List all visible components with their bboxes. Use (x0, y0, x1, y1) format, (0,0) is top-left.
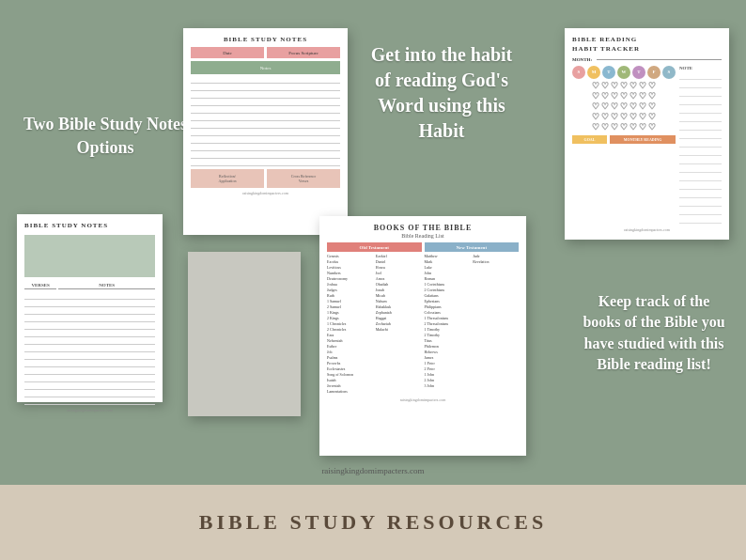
books-content: GenesisExodusLeviticusNumbersDeuteronomy… (327, 254, 519, 395)
day-dots-row: S M T W T F S (572, 66, 676, 79)
heart: ♡ (601, 123, 609, 132)
heart: ♡ (639, 92, 646, 101)
nl-16 (679, 199, 722, 207)
bl-10 (24, 361, 155, 367)
nl-11 (679, 157, 722, 164)
hearts-row-2: ♡ ♡ ♡ ♡ ♡ ♡ ♡ (572, 92, 676, 101)
bible-study-notes-card-bottom: BIBLE STUDY NOTES VERSES NOTES raisingki… (17, 214, 163, 402)
books-title: BOOKS OF THE BIBLE (327, 224, 519, 232)
nl-10 (679, 148, 722, 156)
line-5 (191, 107, 340, 114)
gray-card (188, 252, 301, 416)
bl-15 (24, 398, 155, 405)
website-books: raisingkingdomimpacters.com (327, 397, 519, 402)
month-label: MONTH: (572, 57, 592, 62)
notes-col-header: NOTES (58, 283, 155, 289)
bl-4 (24, 316, 155, 322)
heart: ♡ (611, 92, 618, 101)
nl-13 (679, 174, 722, 181)
website-tracker: raisingkingdomimpacters.com (572, 227, 722, 232)
tracker-month-row: MONTH: (572, 57, 722, 62)
heart: ♡ (620, 82, 628, 90)
heart: ♡ (629, 82, 637, 90)
line-3 (191, 92, 340, 99)
bottom-cells: Reflection/Application Cross ReferenceVe… (191, 169, 340, 188)
line-6 (191, 115, 340, 121)
heart: ♡ (601, 92, 609, 101)
heart: ♡ (639, 113, 646, 121)
heart: ♡ (620, 92, 628, 101)
goal-cell: GOAL (572, 135, 607, 144)
verses-col-header: VERSES (24, 283, 56, 289)
nl-1 (679, 72, 722, 80)
bl-2 (24, 301, 155, 307)
notes-lines (191, 77, 340, 166)
books-header-row: Old Testament New Testament (327, 242, 519, 252)
two-col-header: VERSES NOTES (24, 283, 155, 289)
mid-books-col: EzekielDanielHoseaJoelAmosObadiahJonahMi… (376, 254, 422, 395)
tracker-title: BIBLE READINGHABIT TRACKER (572, 36, 722, 54)
bl-6 (24, 331, 155, 337)
heart: ♡ (648, 82, 656, 90)
bl-5 (24, 323, 155, 330)
nl-17 (679, 208, 722, 215)
day-th: T (632, 66, 645, 79)
bl-3 (24, 308, 155, 315)
main-background: Two Bible Study Notes Options Get into t… (0, 0, 746, 560)
end-books-col: JudeRevelation (473, 254, 519, 395)
old-books-col: GenesisExodusLeviticusNumbersDeuteronomy… (327, 254, 373, 395)
heart: ♡ (648, 102, 656, 111)
nl-15 (679, 191, 722, 198)
bl-7 (24, 338, 155, 345)
nl-7 (679, 123, 722, 131)
note-lines (679, 72, 722, 224)
website-url: raisingkingdomimpacters.com (321, 466, 424, 475)
heart: ♡ (648, 113, 656, 121)
line-1 (191, 77, 340, 84)
line-11 (191, 152, 340, 159)
left-label-text: Two Bible Study Notes Options (23, 115, 187, 157)
day-s: S (572, 66, 585, 79)
line-7 (191, 122, 340, 129)
heart: ♡ (611, 113, 618, 121)
center-website: raisingkingdomimpacters.com (0, 466, 746, 475)
day-t: T (602, 66, 615, 79)
heart: ♡ (611, 123, 618, 132)
bible-study-notes-card-top: BIBLE STUDY NOTES Date Focus Scripture N… (183, 28, 348, 235)
hearts-row-3: ♡ ♡ ♡ ♡ ♡ ♡ ♡ (572, 102, 676, 111)
day-sa: S (662, 66, 676, 79)
line-12 (191, 160, 340, 166)
bl-8 (24, 346, 155, 352)
books-of-bible-card: BOOKS OF THE BIBLE Bible Reading List Ol… (319, 216, 526, 456)
website-top: raisingkingdomimpacters.com (191, 191, 340, 195)
heart: ♡ (601, 82, 609, 90)
bl-12 (24, 376, 155, 382)
line-2 (191, 85, 340, 91)
new-books-col: MatthewMarkLukeJohnRoman1 Corinthians2 C… (425, 254, 471, 395)
cross-ref-cell: Cross ReferenceVerses (267, 169, 340, 188)
heart: ♡ (629, 113, 637, 121)
line-4 (191, 100, 340, 106)
nl-3 (679, 89, 722, 97)
bl-1 (24, 293, 155, 300)
heart: ♡ (639, 123, 646, 132)
new-testament-header: New Testament (425, 242, 520, 252)
nl-6 (679, 115, 722, 122)
website-bottom-notes: raisingkingdomimpacters.com (24, 408, 155, 412)
books-subtitle: Bible Reading List (327, 233, 519, 239)
bottom-bar: BIBLE STUDY RESOURCES (0, 485, 746, 560)
bl-14 (24, 391, 155, 397)
date-cell: Date (191, 47, 264, 58)
notes-top-title: BIBLE STUDY NOTES (191, 36, 340, 43)
heart: ♡ (601, 102, 609, 111)
hearts-row-1: ♡ ♡ ♡ ♡ ♡ ♡ ♡ (572, 82, 676, 90)
heart: ♡ (592, 123, 599, 132)
reflection-cell: Reflection/Application (191, 169, 264, 188)
heart: ♡ (611, 82, 618, 90)
nl-14 (679, 182, 722, 190)
tracker-note-section: NOTE (679, 66, 722, 225)
heart: ♡ (620, 123, 628, 132)
heart: ♡ (629, 92, 637, 101)
bl-11 (24, 368, 155, 375)
month-line (597, 59, 722, 60)
